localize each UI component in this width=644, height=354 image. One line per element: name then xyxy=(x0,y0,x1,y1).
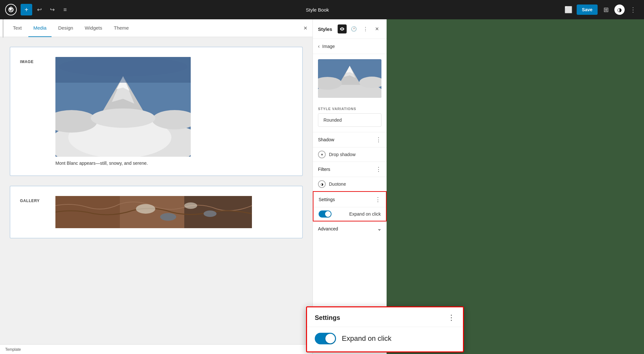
styles-eye-button[interactable] xyxy=(338,24,347,33)
page-title: Style Book xyxy=(72,7,562,13)
redo-button[interactable]: ↪ xyxy=(46,4,58,15)
rounded-variation[interactable]: Rounded xyxy=(318,113,381,127)
svg-point-17 xyxy=(136,204,155,214)
gallery-section-label: GALLERY xyxy=(20,199,46,203)
zoomed-expand-label: Expand on click xyxy=(342,334,391,343)
filters-row: Filters ⋮ xyxy=(313,162,387,177)
tab-theme[interactable]: Theme xyxy=(109,19,134,37)
image-section-content: Mont Blanc appears—still, snowy, and ser… xyxy=(55,57,293,166)
filters-label: Filters xyxy=(318,167,330,172)
styles-more-button[interactable]: ⋮ xyxy=(361,24,370,33)
wp-logo-icon[interactable] xyxy=(5,4,17,15)
zoomed-expand-toggle[interactable] xyxy=(315,333,336,344)
duotone-option[interactable]: ◑ Duotone xyxy=(313,177,387,191)
preview-button[interactable]: ⬜ xyxy=(562,4,574,15)
scroll-indicator xyxy=(3,18,4,38)
expand-on-click-label: Expand on click xyxy=(349,211,381,217)
advanced-label: Advanced xyxy=(318,226,338,231)
gallery-image xyxy=(55,196,252,228)
settings-more-button[interactable]: ⋮ xyxy=(375,196,381,203)
tab-media[interactable]: Media xyxy=(28,19,52,37)
styles-history-button[interactable]: 🕐 xyxy=(349,24,358,33)
tab-bar: Text Media Design Widgets Theme × xyxy=(0,19,312,37)
advanced-chevron-icon: ⌄ xyxy=(377,226,381,232)
styles-sidebar: Styles 🕐 ⋮ ✕ ‹ Image xyxy=(312,19,387,354)
styles-back-nav[interactable]: ‹ Image xyxy=(313,39,387,54)
more-options-button[interactable]: ⋮ xyxy=(627,4,639,15)
svg-point-21 xyxy=(342,29,343,30)
settings-label: Settings xyxy=(319,197,335,202)
gallery-section-content xyxy=(55,196,293,228)
zoomed-settings-row: Settings ⋮ xyxy=(307,307,463,327)
sidebar-header-icons: 🕐 ⋮ ✕ xyxy=(338,24,381,33)
contrast-button[interactable]: ◑ xyxy=(614,5,625,15)
image-section-label: IMAGE xyxy=(20,60,46,64)
expand-on-click-toggle[interactable] xyxy=(319,210,332,218)
image-section-block: IMAGE xyxy=(10,47,303,176)
tab-design[interactable]: Design xyxy=(53,19,78,37)
shadow-label: Shadow xyxy=(318,137,334,142)
toolbar-right: ⬜ Save ⊞ ◑ ⋮ xyxy=(562,4,639,15)
svg-point-10 xyxy=(91,108,155,128)
settings-section: Settings ⋮ Expand on click xyxy=(313,191,387,221)
duotone-label: Duotone xyxy=(329,182,346,187)
drop-shadow-label: Drop shadow xyxy=(329,152,356,157)
shadow-row: Shadow ⋮ xyxy=(313,132,387,147)
svg-point-18 xyxy=(184,202,197,209)
image-caption: Mont Blanc appears—still, snowy, and ser… xyxy=(55,161,293,166)
tab-widgets[interactable]: Widgets xyxy=(80,19,107,37)
sidebar-header: Styles 🕐 ⋮ ✕ xyxy=(313,19,387,39)
drop-shadow-icon: ☀ xyxy=(318,151,326,158)
layout-toggle-button[interactable]: ⊞ xyxy=(600,4,612,15)
settings-expand-row: Expand on click xyxy=(313,207,386,221)
style-variations-heading: STYLE VARIATIONS xyxy=(313,103,387,113)
tab-text[interactable]: Text xyxy=(8,19,27,37)
main-content-area: Text Media Design Widgets Theme × IMAGE xyxy=(0,19,312,354)
svg-point-19 xyxy=(160,213,176,221)
duotone-icon: ◑ xyxy=(318,180,326,188)
settings-zoomed-popup: Settings ⋮ Expand on click xyxy=(306,306,464,352)
content-area: IMAGE xyxy=(0,37,312,354)
add-block-button[interactable]: + xyxy=(21,4,32,15)
zoomed-settings-label: Settings xyxy=(315,314,340,321)
sidebar-image-preview xyxy=(318,59,381,98)
status-bar: Template xyxy=(0,344,312,354)
advanced-row[interactable]: Advanced ⌄ xyxy=(313,221,387,236)
mountain-image xyxy=(55,57,191,157)
save-button[interactable]: Save xyxy=(577,5,598,15)
styles-close-button[interactable]: ✕ xyxy=(372,24,381,33)
zoomed-more-icon: ⋮ xyxy=(447,313,455,322)
svg-point-20 xyxy=(204,210,216,217)
shadow-more-button[interactable]: ⋮ xyxy=(376,136,381,143)
settings-row: Settings ⋮ xyxy=(313,192,386,207)
list-view-button[interactable]: ≡ xyxy=(59,4,71,15)
green-background xyxy=(387,19,644,354)
drop-shadow-option[interactable]: ☀ Drop shadow xyxy=(313,147,387,162)
gallery-section-block: GALLERY xyxy=(10,186,303,238)
filters-more-button[interactable]: ⋮ xyxy=(376,166,381,173)
top-toolbar: + ↩ ↪ ≡ Style Book ⬜ Save ⊞ ◑ ⋮ xyxy=(0,0,644,19)
undo-button[interactable]: ↩ xyxy=(34,4,45,15)
close-tab-button[interactable]: × xyxy=(303,24,307,32)
back-arrow-icon: ‹ xyxy=(318,43,320,49)
status-label: Template xyxy=(5,347,21,352)
zoomed-expand-row: Expand on click xyxy=(307,327,463,351)
sidebar-title: Styles xyxy=(318,26,332,32)
svg-point-12 xyxy=(59,57,187,76)
styles-back-label: Image xyxy=(322,44,335,49)
